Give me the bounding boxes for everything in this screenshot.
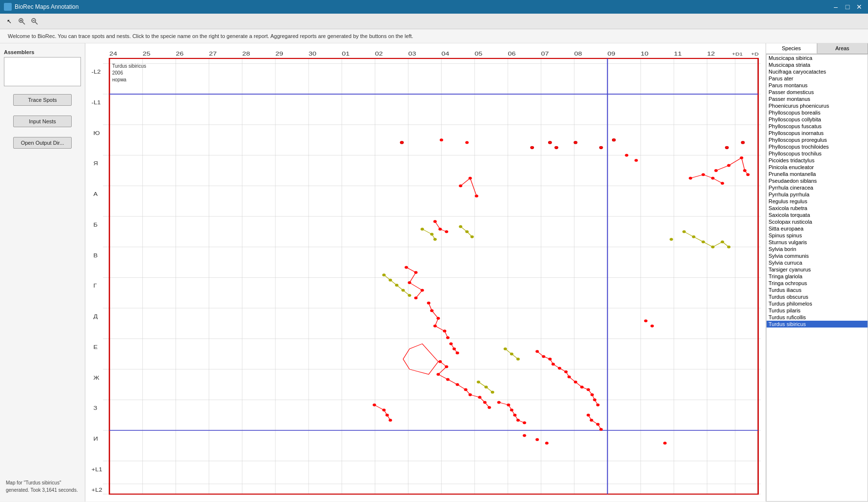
species-list-item[interactable]: Spinus spinus [767, 232, 868, 239]
svg-text:02: 02 [375, 50, 383, 57]
svg-rect-80 [109, 58, 758, 494]
species-list-item[interactable]: Tarsiger cyanurus [767, 266, 868, 273]
species-list-item[interactable]: Regulus regulus [767, 198, 868, 205]
species-list-item[interactable]: Phylloscopus inornatus [767, 130, 868, 136]
map-container[interactable]: Turdus sibiricus 2006 норма 24 25 26 27 … [85, 43, 766, 502]
species-list-item[interactable]: Phylloscopus collybita [767, 116, 868, 123]
species-list-item[interactable]: Parus montanus [767, 82, 868, 89]
species-list-item[interactable]: Phoenicurus phoenicurus [767, 102, 868, 109]
species-list-item[interactable]: Turdus philomelos [767, 300, 868, 307]
species-list-item[interactable]: Prunella montanella [767, 171, 868, 177]
svg-point-185 [400, 141, 404, 144]
svg-point-192 [725, 146, 729, 149]
species-list-item[interactable]: Turdus pilaris [767, 307, 868, 314]
assemblers-label: Assemblers [4, 49, 81, 55]
species-list-item[interactable]: Passer montanus [767, 96, 868, 102]
app-icon [4, 3, 12, 11]
svg-point-186 [531, 146, 534, 149]
map-canvas: Turdus sibiricus 2006 норма 24 25 26 27 … [90, 48, 761, 497]
species-list-item[interactable]: Tringa ochropus [767, 280, 868, 287]
svg-text:09: 09 [608, 50, 615, 57]
welcome-message: Welcome to BioRec. You can trace spots a… [8, 33, 413, 39]
svg-text:Б: Б [94, 222, 98, 228]
species-list-item[interactable]: Sylvia borin [767, 246, 868, 252]
species-list-item[interactable]: Phylloscopus proregulus [767, 136, 868, 143]
species-list-item[interactable]: Pseudaedon siblans [767, 177, 868, 184]
svg-point-187 [549, 141, 552, 144]
svg-point-158 [545, 442, 549, 444]
species-list-item[interactable]: Tringa glariola [767, 273, 868, 280]
species-list-item[interactable]: Turdus ruficollis [767, 314, 868, 321]
species-list-item[interactable]: Pinicola enucleator [767, 164, 868, 171]
input-nests-button[interactable]: Input Nests [13, 116, 72, 127]
zoom-in-tool[interactable] [17, 16, 27, 27]
species-list-item[interactable]: Muscicapa striata [767, 61, 868, 68]
svg-point-171 [434, 238, 437, 240]
species-list-item[interactable]: Sylvia curruca [767, 259, 868, 266]
svg-text:Д: Д [94, 313, 98, 319]
svg-point-84 [440, 139, 443, 141]
svg-text:30: 30 [309, 50, 316, 57]
species-list-item[interactable]: Saxicola torquata [767, 212, 868, 218]
svg-text:Е: Е [94, 344, 98, 350]
species-list-item[interactable]: Sitta europaea [767, 225, 868, 232]
species-list-item[interactable]: Passer domesticus [767, 89, 868, 96]
species-list-item[interactable]: Pyrrhula cineracea [767, 184, 868, 191]
svg-point-151 [651, 325, 654, 327]
svg-text:07: 07 [541, 50, 549, 57]
svg-point-156 [523, 434, 526, 437]
title-bar-controls: – □ ✕ [831, 2, 864, 12]
species-list: Muscicapa sibiricaMuscicapa striataNucif… [766, 54, 868, 502]
species-list-item[interactable]: Sturnus vulgaris [767, 239, 868, 246]
species-list-item[interactable]: Parus ater [767, 75, 868, 82]
species-list-item[interactable]: Picoides tridactylus [767, 157, 868, 164]
species-list-item[interactable]: Pyrrhula pyrrhula [767, 191, 868, 198]
svg-text:12: 12 [707, 50, 715, 57]
svg-text:25: 25 [142, 50, 150, 57]
tab-areas[interactable]: Areas [817, 43, 868, 54]
maximize-button[interactable]: □ [843, 2, 852, 12]
svg-text:Ю: Ю [94, 130, 100, 136]
species-list-item[interactable]: Phylloscopus trochiloides [767, 143, 868, 150]
svg-text:А: А [94, 191, 98, 197]
svg-marker-160 [403, 344, 438, 374]
species-list-item[interactable]: Phylloscopus trochilus [767, 150, 868, 157]
close-button[interactable]: ✕ [854, 2, 864, 12]
open-output-dir-button[interactable]: Open Output Dir... [13, 137, 72, 149]
species-list-item[interactable]: Muscicapa sibirica [767, 55, 868, 61]
right-panel: Species Areas Muscicapa sibiricaMuscicap… [766, 43, 868, 502]
species-list-item[interactable]: Scolopax rusticola [767, 218, 868, 225]
tab-species[interactable]: Species [766, 43, 817, 54]
svg-text:10: 10 [641, 50, 649, 57]
svg-point-159 [663, 442, 667, 444]
svg-text:27: 27 [209, 50, 217, 57]
title-text: BioRec Maps Annotation [15, 3, 79, 10]
trace-spots-button[interactable]: Trace Spots [13, 94, 72, 106]
svg-text:+D: +D [751, 51, 759, 57]
svg-text:28: 28 [242, 50, 250, 57]
species-list-item[interactable]: Nucifraga caryocatactes [767, 68, 868, 75]
zoom-out-tool[interactable] [29, 16, 40, 27]
pointer-tool[interactable]: ↖ [4, 16, 15, 27]
svg-point-191 [612, 139, 616, 141]
svg-text:-L1: -L1 [92, 99, 101, 105]
species-list-item[interactable]: Saxicola rubetra [767, 205, 868, 212]
species-list-item[interactable]: Phylloscopus fuscatus [767, 123, 868, 130]
svg-text:+D1: +D1 [732, 51, 743, 57]
svg-text:01: 01 [342, 50, 350, 57]
svg-point-188 [555, 146, 558, 149]
species-list-item[interactable]: Turdus iliacus [767, 287, 868, 293]
svg-point-139 [625, 154, 629, 156]
species-list-item[interactable]: Turdus obscurus [767, 293, 868, 300]
svg-text:03: 03 [408, 50, 416, 57]
status-text: Map for "Turdus sibiricus"generated. Too… [4, 477, 81, 496]
svg-text:И: И [94, 436, 98, 442]
svg-point-89 [434, 220, 437, 223]
minimize-button[interactable]: – [831, 2, 841, 12]
species-list-item[interactable]: Turdus sibiricus [767, 321, 868, 328]
species-list-item[interactable]: Phylloscopus borealis [767, 109, 868, 116]
toolbar: ↖ [0, 14, 868, 29]
species-tabs: Species Areas [766, 43, 868, 54]
species-list-item[interactable]: Sylvia communis [767, 252, 868, 259]
svg-point-189 [574, 141, 577, 144]
